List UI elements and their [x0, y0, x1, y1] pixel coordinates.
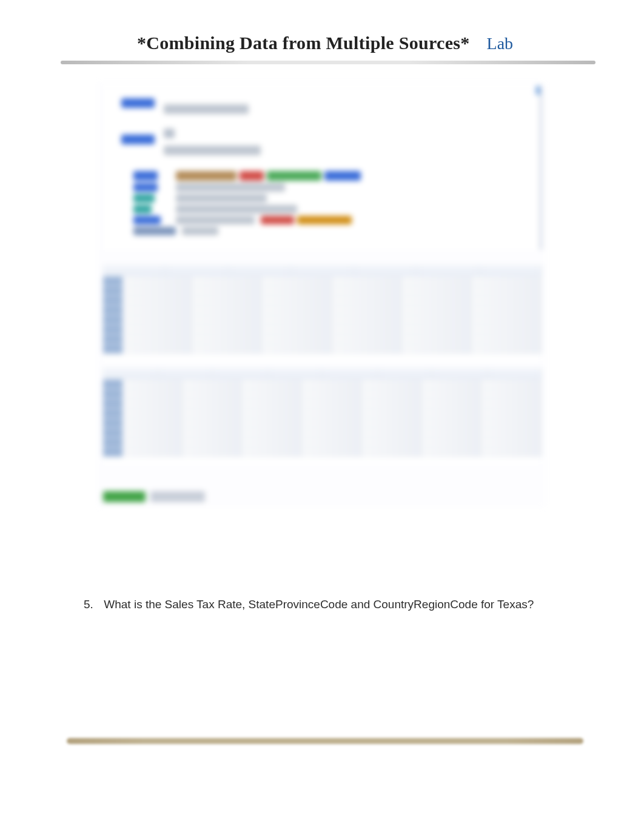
header-divider [61, 61, 595, 64]
code-editor-pane [103, 86, 542, 250]
results-grid-1 [103, 264, 542, 361]
document-page: *Combining Data from Multiple Sources* L… [0, 0, 644, 835]
status-bar [103, 491, 224, 502]
question-number: 5. [84, 598, 101, 611]
embedded-screenshot [97, 82, 546, 507]
question-item: 5. What is the Sales Tax Rate, StateProv… [61, 598, 595, 611]
page-title: *Combining Data from Multiple Sources* [137, 33, 470, 53]
question-text: What is the Sales Tax Rate, StateProvinc… [104, 598, 534, 611]
footer-divider [67, 738, 583, 744]
results-grid-2 [103, 367, 542, 464]
page-header: *Combining Data from Multiple Sources* L… [61, 30, 595, 64]
lab-badge: Lab [481, 30, 520, 57]
